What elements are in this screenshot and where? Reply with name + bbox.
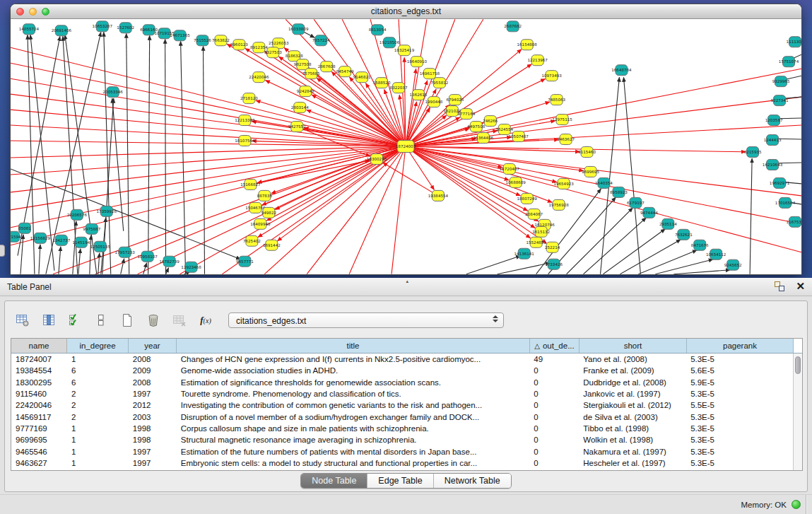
scrollbar-thumb[interactable] [795, 356, 801, 374]
table-settings-icon[interactable] [15, 313, 30, 328]
table-cell: 1998 [129, 424, 177, 433]
table-cell: 1998 [129, 436, 177, 444]
float-panel-icon[interactable] [775, 281, 784, 291]
table-cell: 9463627 [11, 459, 67, 467]
column-header-year[interactable]: year [129, 339, 177, 353]
graph-node-label: 2084067 [525, 212, 543, 216]
tab-node-table[interactable]: Node Table [301, 474, 367, 488]
table-cell: 6 [67, 378, 129, 387]
table-cell: 2008 [129, 378, 177, 387]
table-cell: 1 [67, 424, 129, 433]
graph-node-label: 85081 [18, 226, 31, 230]
graph-node-label: 14055724 [19, 27, 40, 31]
graph-edge [181, 41, 186, 274]
graph-node-label: 391594 [11, 235, 21, 239]
rows-icon[interactable] [93, 313, 109, 328]
column-header-indegree[interactable]: in_degree [67, 339, 129, 353]
function-builder-icon[interactable]: f(x) [198, 313, 213, 328]
table-cell: Franke et al. (2009) [579, 366, 686, 375]
graph-node-label: 21364486 [473, 136, 494, 140]
column-header-pagerank[interactable]: pagerank [687, 339, 794, 353]
status-bar: Memory: OK [0, 494, 812, 514]
table-cell: Investigating the contribution of common… [177, 401, 530, 409]
tab-edge-table[interactable]: Edge Table [367, 474, 433, 488]
graph-node-label: 17016504 [775, 201, 796, 205]
graph-node-label: 14136141 [514, 252, 534, 256]
table-row[interactable]: 1872400712008Changes of HCN gene express… [11, 354, 793, 365]
graph-node-label: 16154808 [517, 42, 537, 47]
table-row[interactable]: 1830029562008Estimation of significance … [11, 377, 793, 388]
delete-table-icon[interactable] [146, 313, 161, 328]
graph-node-label: 252214 [545, 245, 560, 250]
graph-edge [498, 263, 551, 274]
close-panel-icon[interactable]: ✕ [796, 281, 805, 291]
graph-node-label: 9227341 [771, 98, 789, 103]
table-cell: 1997 [129, 448, 177, 456]
tab-network-table[interactable]: Network Table [434, 474, 511, 488]
graph-node-label: 18724007 [396, 144, 416, 148]
table-selector-dropdown[interactable]: citations_edges.txt [228, 313, 504, 328]
table-body: 1872400712008Changes of HCN gene express… [11, 354, 793, 470]
table-cell: 9465546 [11, 448, 67, 456]
vertical-scrollbar[interactable] [793, 354, 802, 470]
table-cell: Hescheler et al. (1997) [579, 459, 686, 467]
panel-resize-handle[interactable]: ▴ [406, 279, 409, 284]
column-header-short[interactable]: short [579, 339, 687, 353]
memory-status-label: Memory: OK [741, 501, 787, 509]
table-row[interactable]: 969969511998Structural magnetic resonanc… [11, 434, 793, 445]
window-titlebar[interactable]: citations_edges.txt [11, 4, 801, 19]
status-divider [806, 495, 806, 514]
new-table-icon[interactable] [119, 313, 135, 328]
table-cell: 49 [529, 355, 579, 363]
table-cell: 5.3E-5 [686, 448, 793, 456]
graph-node-label: 7632621 [675, 233, 693, 237]
table-cell: 0 [529, 378, 579, 387]
graph-node-label: 9463627 [557, 137, 575, 141]
table-cell: 0 [529, 448, 579, 456]
graph-edge [11, 169, 240, 259]
graph-edge [59, 247, 61, 274]
graph-node-label: 19756928 [548, 203, 569, 207]
table-cell: 0 [529, 401, 579, 409]
column-header-outde[interactable]: △out_de... [530, 339, 579, 353]
column-visibility-icon[interactable] [67, 313, 83, 328]
select-column-icon[interactable] [41, 313, 57, 328]
graph-edge [98, 253, 100, 274]
hidden-panel-handle[interactable] [0, 245, 5, 257]
table-cell: 0 [529, 424, 579, 433]
table-row[interactable]: 2242004622012Investigating the contribut… [11, 399, 793, 411]
window-title: citations_edges.txt [11, 6, 801, 16]
graph-node-label: 9777169 [457, 112, 475, 116]
table-row[interactable]: 911546021997Tourette syndrome. Phenomeno… [11, 388, 793, 399]
table-cell: 2012 [129, 401, 177, 409]
graph-node-label: 9474444 [640, 211, 658, 215]
table-row[interactable]: 1938455462009Genome-wide association stu… [11, 365, 793, 376]
network-canvas[interactable]: 1872400718300295140557242069140610653287… [11, 19, 801, 274]
graph-node-label: 1615132 [532, 230, 550, 234]
column-header-name[interactable]: name [11, 339, 67, 353]
table-row[interactable]: 1456911722003Disruption of a novel membe… [11, 411, 793, 422]
graph-node-label: 3624554 [495, 127, 513, 132]
table-cell: 0 [529, 459, 579, 467]
table-row[interactable]: 977716911998Corpus callosum shape and si… [11, 423, 793, 434]
graph-node-label: 949822 [261, 211, 276, 215]
table-cell: 5.3E-5 [686, 459, 793, 467]
import-table-icon[interactable] [172, 313, 187, 328]
table-row[interactable]: 946362711997Embryonic stem cells: a mode… [11, 457, 793, 469]
table-cell: 9115460 [11, 390, 67, 398]
graph-node-label: 8186328 [286, 54, 303, 58]
graph-node-label: 7625402 [243, 239, 261, 243]
network-window: citations_edges.txt 18724007183002951405… [10, 4, 802, 275]
table-row[interactable]: 946554611997Estimation of the future num… [11, 445, 793, 457]
column-header-title[interactable]: title [177, 339, 530, 353]
table-cell: 9777169 [11, 424, 67, 433]
graph-node-label: 1990448 [425, 100, 443, 104]
table-cell: Dudbridge et al. (2008) [579, 378, 686, 387]
desktop: citations_edges.txt 18724007183002951405… [0, 0, 812, 514]
graph-node-label: 2718120 [240, 96, 258, 100]
graph-node-label: 16961758 [420, 71, 440, 76]
graph-node-label: 7485063 [548, 98, 565, 102]
graph-node-label: 2935114 [659, 222, 677, 226]
graph-node-label: 9457771 [236, 259, 254, 264]
graph-node-label: 1733426 [545, 262, 563, 267]
